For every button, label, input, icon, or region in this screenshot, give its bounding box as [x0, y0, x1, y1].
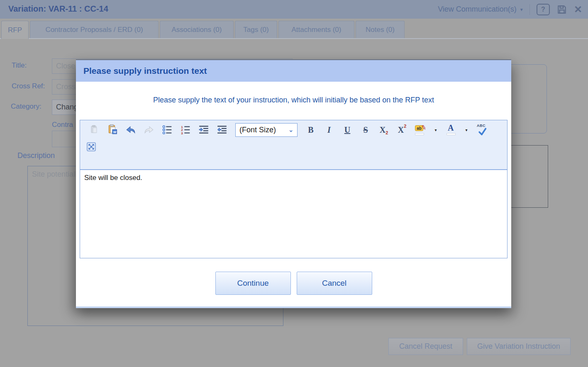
font-size-select[interactable]: (Font Size) ⌄: [235, 123, 298, 137]
tab-tags[interactable]: Tags (0): [235, 21, 277, 38]
view-communications-dropdown[interactable]: View Communication(s) ▾: [438, 5, 523, 14]
description-label: Description: [17, 151, 55, 160]
pencil-icon: ✎: [421, 124, 427, 132]
outdent-icon[interactable]: [213, 123, 231, 137]
side-panel-box-lower: [509, 145, 548, 208]
superscript-icon[interactable]: X2: [393, 123, 411, 137]
instruction-dialog: Please supply instruction text Please su…: [76, 59, 511, 308]
view-communications-label: View Communication(s): [438, 5, 517, 14]
numbered-list-icon[interactable]: 1 2 3: [176, 123, 195, 137]
tab-notes[interactable]: Notes (0): [356, 21, 405, 38]
redo-icon[interactable]: [140, 123, 158, 137]
header-divider: [529, 4, 530, 15]
paste-icon[interactable]: [85, 123, 103, 137]
highlight-color-caret[interactable]: ▾: [429, 123, 442, 137]
caret-down-icon: ▾: [520, 7, 523, 12]
cancel-button[interactable]: Cancel: [297, 272, 372, 295]
svg-text:3: 3: [181, 131, 183, 135]
tab-contractor-proposals[interactable]: Contractor Proposals / ERD (0): [30, 21, 159, 38]
tab-attachments[interactable]: Attachments (0): [278, 21, 354, 38]
window-header: Variation: VAR-11 : CC-14 View Communica…: [0, 0, 588, 19]
maximize-icon[interactable]: [84, 140, 98, 154]
spell-check-icon[interactable]: ABC: [473, 123, 491, 137]
save-icon[interactable]: [556, 4, 567, 15]
instruction-text-area[interactable]: Site will be closed.: [80, 170, 507, 258]
bold-icon[interactable]: B: [302, 123, 320, 137]
tab-rfp[interactable]: RFP: [1, 21, 29, 39]
dialog-message: Please supply the text of your instructi…: [76, 96, 511, 105]
continue-button[interactable]: Continue: [215, 272, 291, 295]
dialog-title: Please supply instruction text: [83, 66, 207, 76]
tab-bar: RFP Contractor Proposals / ERD (0) Assoc…: [0, 22, 588, 39]
paste-from-word-icon[interactable]: W: [103, 123, 122, 137]
font-color-icon[interactable]: A: [442, 123, 460, 137]
highlight-color-icon[interactable]: ab ✎: [411, 123, 429, 137]
give-variation-instruction-button[interactable]: Give Variation Instruction: [467, 338, 571, 355]
font-color-caret[interactable]: ▾: [460, 123, 473, 137]
application-window: Variation: VAR-11 : CC-14 View Communica…: [0, 0, 588, 367]
title-label: Title:: [12, 61, 27, 70]
page-title: Variation: VAR-11 : CC-14: [8, 4, 108, 14]
category-label: Category:: [11, 102, 41, 111]
indent-icon[interactable]: [195, 123, 213, 137]
undo-icon[interactable]: [122, 123, 140, 137]
help-icon[interactable]: ?: [537, 4, 550, 15]
rich-text-editor: W: [80, 120, 507, 258]
chevron-down-icon: ⌄: [288, 126, 293, 133]
close-icon[interactable]: ✕: [574, 5, 582, 15]
contract-label: Contra: [52, 121, 73, 129]
cross-ref-label: Cross Ref:: [12, 82, 45, 90]
bullet-list-icon[interactable]: [158, 123, 176, 137]
editor-toolbar: W: [80, 120, 507, 170]
svg-text:W: W: [113, 130, 117, 134]
italic-icon[interactable]: I: [320, 123, 338, 137]
strikethrough-icon[interactable]: S: [356, 123, 375, 137]
cancel-request-button[interactable]: Cancel Request: [388, 338, 463, 355]
tab-associations[interactable]: Associations (0): [160, 21, 234, 38]
dialog-header: Please supply instruction text: [76, 60, 511, 82]
underline-icon[interactable]: U: [338, 123, 356, 137]
subscript-icon[interactable]: X2: [375, 123, 393, 137]
